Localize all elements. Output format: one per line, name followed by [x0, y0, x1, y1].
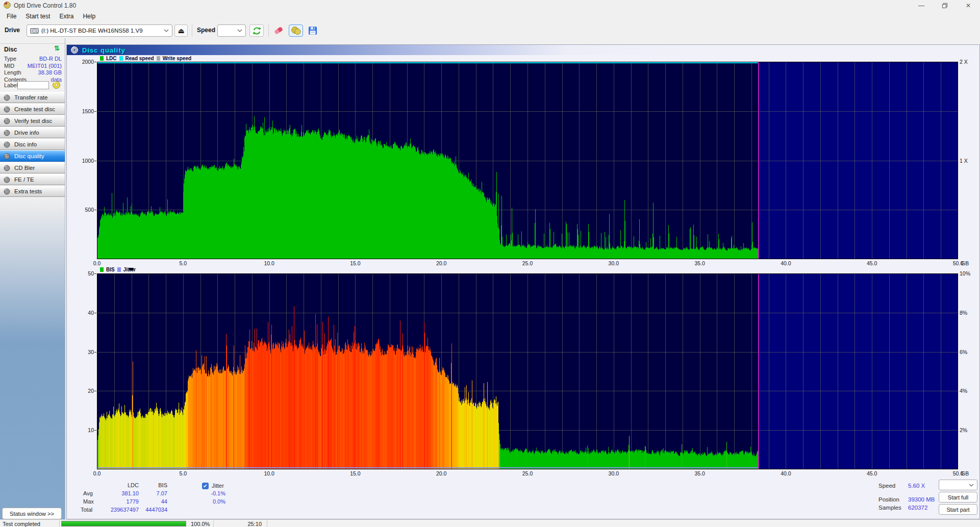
toolbar: Drive (I:) HL-DT-ST BD-RE WH16NS58 1.V9 … [0, 21, 980, 38]
stats-header-bis: BIS [144, 482, 167, 488]
position-label: Position [878, 496, 899, 503]
sidebar-item-label: Transfer rate [14, 94, 47, 101]
y-axis-label: 30 [73, 349, 94, 355]
legend-label: BIS [106, 267, 115, 272]
window-title: Opti Drive Control 1.80 [14, 2, 76, 9]
disc-icon [4, 106, 10, 113]
sidebar-item-fe-te[interactable]: FE / TE [0, 174, 65, 185]
y-axis-tick [94, 273, 96, 274]
sidebar-item-drive-info[interactable]: Drive info [0, 127, 65, 138]
y-axis-tick [94, 210, 96, 210]
refresh-icon [253, 27, 261, 35]
stats-max-jitter: 0.0% [194, 498, 225, 505]
write-label-disc-icon[interactable] [52, 81, 61, 89]
toolbar-separator [192, 24, 192, 37]
speed-select[interactable] [217, 24, 246, 37]
refresh-button[interactable] [249, 24, 264, 37]
menu-item-file[interactable]: File [2, 11, 21, 21]
sidebar-item-disc-info[interactable]: Disc info [0, 139, 65, 150]
disc-refresh-icon[interactable]: ⇅ [54, 44, 60, 52]
progress-fill [62, 521, 186, 526]
eject-icon: ⏏ [178, 27, 184, 35]
start-full-button[interactable]: Start full [939, 492, 977, 503]
disc-group-title: Disc [4, 46, 17, 53]
restore-icon [942, 3, 947, 8]
toolbar-separator [268, 24, 269, 37]
x-axis-label: 15.0 [350, 260, 360, 266]
speed-readout-label: Speed [878, 483, 895, 489]
disc-icon [4, 165, 10, 171]
stats-row-label: Total [81, 507, 92, 513]
restore-button[interactable] [933, 0, 957, 11]
stats-max-ldc: 1779 [97, 498, 139, 505]
menu-item-start-test[interactable]: Start test [21, 11, 55, 21]
eraser-icon [273, 26, 284, 35]
progress-bar [61, 521, 186, 526]
stats-header-jitter: Jitter [212, 483, 224, 489]
drive-select[interactable]: (I:) HL-DT-ST BD-RE WH16NS58 1.V9 [27, 24, 172, 37]
sidebar-item-disc-quality[interactable]: Disc quality [0, 150, 65, 162]
x-axis-label: 0.0 [93, 260, 101, 266]
sidebar-item-create-test-disc[interactable]: Create test disc [0, 104, 65, 115]
erase-button[interactable] [271, 24, 286, 37]
sidebar-item-label: Drive info [14, 130, 39, 136]
sidebar-item-label: Create test disc [14, 106, 55, 112]
stats-header-ldc: LDC [97, 482, 139, 488]
legend-top-chart: LDCRead speedWrite speed [100, 56, 191, 61]
x-axis-label: 10.0 [264, 260, 274, 266]
y2-axis-label: 8% [960, 310, 967, 316]
sidebar-item-transfer-rate[interactable]: Transfer rate [0, 92, 65, 103]
app-icon [4, 2, 11, 9]
menu-bar: FileStart testExtraHelp [0, 11, 980, 21]
start-part-button[interactable]: Start part [939, 504, 977, 515]
drive-value: (I:) HL-DT-ST BD-RE WH16NS58 1.V9 [41, 28, 143, 34]
sidebar-item-verify-test-disc[interactable]: Verify test disc [0, 115, 65, 127]
x-axis-label: 40.0 [781, 470, 791, 476]
y2-axis-label: 4% [960, 388, 967, 394]
stats-total-bis: 4447034 [144, 507, 167, 513]
y-axis-label: 500 [73, 207, 94, 213]
chevron-down-icon [237, 29, 242, 32]
save-icon [308, 26, 317, 35]
label-caption: Label [4, 82, 18, 88]
x-axis-unit: GB [961, 470, 969, 476]
discs-icon [291, 26, 301, 35]
y-axis-tick [94, 62, 96, 62]
legend-label: Read speed [125, 56, 154, 61]
x-axis-label: 20.0 [436, 260, 446, 266]
x-axis-label: 20.0 [436, 470, 446, 476]
stats-row-label: Avg [83, 490, 93, 496]
close-button[interactable]: ✕ [957, 0, 980, 11]
y-axis-label: 20 [73, 388, 94, 394]
groupbox-divider [0, 43, 65, 44]
minimize-button[interactable]: — [910, 0, 933, 11]
y-axis-label: 1500 [73, 108, 94, 114]
disc-label-input[interactable] [17, 81, 49, 89]
samples-value: 620372 [908, 505, 927, 511]
eject-button[interactable]: ⏏ [174, 24, 188, 37]
sidebar-item-extra-tests[interactable]: Extra tests [0, 186, 65, 197]
left-panel: Disc ⇅ TypeBD-R DLMIDMEIT01 (001)Length3… [0, 38, 65, 519]
x-axis-unit: GB [961, 260, 969, 266]
sidebar-item-label: CD Bler [14, 165, 35, 171]
panel-header: Disc quality [67, 45, 979, 55]
app-window: Opti Drive Control 1.80 — ✕ FileStart te… [0, 0, 980, 527]
menu-item-extra[interactable]: Extra [55, 11, 78, 21]
save-button[interactable] [306, 24, 320, 37]
bis-chart-plot [97, 273, 958, 469]
disc-info-row-type: TypeBD-R DL [4, 56, 62, 62]
legend-swatch-read-speed [119, 56, 123, 61]
disc-info-row-mid: MIDMEIT01 (001) [4, 63, 62, 69]
disc-icon [4, 153, 10, 160]
menu-item-help[interactable]: Help [78, 11, 100, 21]
status-window-button[interactable]: Status window >> [2, 508, 62, 519]
jitter-checkbox[interactable]: ✔ [202, 483, 209, 489]
y-axis-label: 1000 [73, 158, 94, 164]
disc-quality-tool-button[interactable] [289, 24, 303, 37]
label-row: Label [4, 82, 62, 90]
y-axis-label: 50 [73, 270, 94, 277]
scan-speed-select[interactable] [939, 480, 977, 490]
title-bar: Opti Drive Control 1.80 — ✕ [0, 0, 980, 11]
y-axis-tick [94, 313, 96, 313]
sidebar-item-cd-bler[interactable]: CD Bler [0, 162, 65, 173]
